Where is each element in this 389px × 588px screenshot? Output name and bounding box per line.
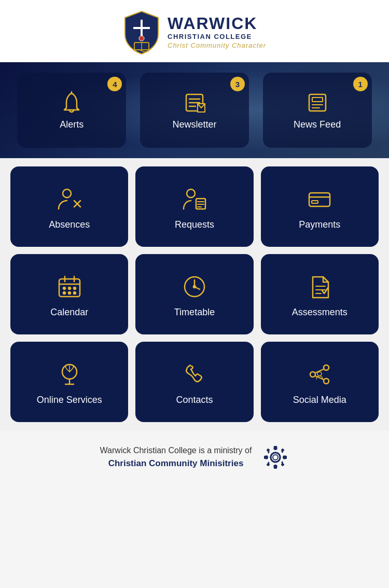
footer-text: Warwick Christian College is a ministry … <box>100 444 252 470</box>
requests-icon <box>182 186 207 212</box>
gear-settings-icon[interactable] <box>262 444 289 471</box>
alerts-badge: 4 <box>107 77 122 91</box>
timetable-label: Timetable <box>174 307 215 318</box>
svg-point-31 <box>74 287 76 289</box>
svg-rect-11 <box>312 97 323 102</box>
hero-banner: 4 Alerts 3 Newsletter 1 News Feed <box>0 62 389 158</box>
svg-point-32 <box>63 292 65 294</box>
svg-point-46 <box>324 379 329 384</box>
svg-rect-59 <box>281 463 285 466</box>
newsfeed-badge: 1 <box>353 77 368 91</box>
svg-line-48 <box>315 369 324 373</box>
svg-point-30 <box>68 287 71 289</box>
svg-point-50 <box>317 372 322 376</box>
payments-label: Payments <box>299 219 340 230</box>
calendar-item[interactable]: Calendar <box>10 254 128 334</box>
calendar-icon <box>57 274 82 300</box>
social-media-icon <box>307 361 332 387</box>
svg-rect-10 <box>309 94 326 111</box>
assessments-icon <box>307 274 332 300</box>
icon-grid: Absences Requests Payments <box>10 166 379 430</box>
calendar-label: Calendar <box>50 307 88 318</box>
svg-point-17 <box>187 189 195 198</box>
logo-container: WARWICK CHRISTIAN COLLEGE Christ Communi… <box>123 9 266 55</box>
newsletter-badge: 3 <box>230 77 245 91</box>
payments-icon <box>307 186 332 212</box>
svg-rect-55 <box>284 456 287 459</box>
contacts-item[interactable]: Contacts <box>135 342 253 422</box>
payments-item[interactable]: Payments <box>261 166 379 247</box>
requests-label: Requests <box>175 219 214 230</box>
newsfeed-card[interactable]: 1 News Feed <box>263 73 372 148</box>
assessments-label: Assessments <box>292 307 348 318</box>
svg-point-47 <box>310 372 315 377</box>
newsletter-icon <box>182 90 207 115</box>
social-media-label: Social Media <box>293 395 346 405</box>
svg-point-14 <box>63 189 71 198</box>
social-media-item[interactable]: Social Media <box>261 342 379 422</box>
svg-rect-56 <box>267 448 270 452</box>
alerts-label: Alerts <box>60 119 84 130</box>
timetable-icon <box>182 274 207 300</box>
online-services-icon <box>57 361 82 387</box>
footer-line1: Warwick Christian College is a ministry … <box>100 446 252 455</box>
online-services-item[interactable]: Online Services <box>10 342 128 422</box>
svg-rect-53 <box>274 466 277 469</box>
contacts-icon <box>182 361 207 387</box>
svg-point-2 <box>139 36 144 41</box>
requests-item[interactable]: Requests <box>135 166 253 247</box>
absences-item[interactable]: Absences <box>10 166 128 247</box>
newsletter-label: Newsletter <box>172 119 216 130</box>
alerts-card[interactable]: 4 Alerts <box>17 73 126 148</box>
svg-rect-52 <box>274 446 277 449</box>
timetable-item[interactable]: Timetable <box>135 254 253 334</box>
svg-point-34 <box>74 292 76 294</box>
svg-point-60 <box>271 453 280 462</box>
logo-title: WARWICK <box>168 15 266 33</box>
main-grid-section: Absences Requests Payments <box>0 158 389 430</box>
assessments-item[interactable]: Assessments <box>261 254 379 334</box>
newsletter-card[interactable]: 3 Newsletter <box>140 73 249 148</box>
newsfeed-icon <box>305 90 330 115</box>
contacts-label: Contacts <box>176 395 213 405</box>
svg-rect-24 <box>312 201 318 203</box>
logo-subtitle: CHRISTIAN COLLEGE <box>168 33 266 40</box>
svg-rect-54 <box>264 456 267 459</box>
footer: Warwick Christian College is a ministry … <box>0 430 389 481</box>
footer-line2: Christian Community Minisitries <box>108 458 244 468</box>
header: WARWICK CHRISTIAN COLLEGE Christ Communi… <box>0 0 389 62</box>
svg-point-45 <box>324 365 329 370</box>
newsfeed-label: News Feed <box>294 119 341 130</box>
online-services-label: Online Services <box>37 395 102 405</box>
svg-point-29 <box>63 287 65 289</box>
svg-point-33 <box>68 292 71 294</box>
svg-point-38 <box>193 286 196 288</box>
bell-icon <box>59 90 84 115</box>
absences-icon <box>57 186 82 212</box>
svg-rect-22 <box>309 193 330 206</box>
logo-text: WARWICK CHRISTIAN COLLEGE Christ Communi… <box>168 15 266 49</box>
logo-shield-icon <box>123 9 160 55</box>
absences-label: Absences <box>49 219 90 230</box>
logo-tagline: Christ Community Character <box>168 41 266 49</box>
